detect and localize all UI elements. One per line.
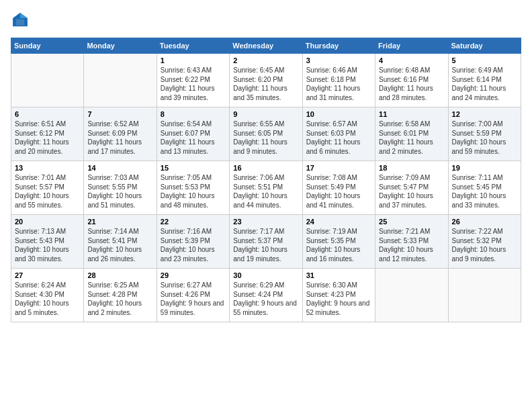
calendar-cell: 2Sunrise: 6:45 AM Sunset: 6:20 PM Daylig… bbox=[230, 54, 302, 107]
calendar-cell: 7Sunrise: 6:52 AM Sunset: 6:09 PM Daylig… bbox=[84, 107, 157, 161]
calendar-cell: 25Sunrise: 7:21 AM Sunset: 5:33 PM Dayli… bbox=[375, 215, 448, 269]
calendar-header: SundayMondayTuesdayWednesdayThursdayFrid… bbox=[11, 38, 521, 54]
calendar-cell bbox=[375, 269, 448, 322]
calendar-cell: 31Sunrise: 6:30 AM Sunset: 4:23 PM Dayli… bbox=[302, 269, 375, 322]
day-number: 26 bbox=[452, 218, 517, 226]
day-number: 14 bbox=[87, 164, 152, 172]
logo bbox=[11, 11, 32, 30]
day-detail: Sunrise: 6:51 AM Sunset: 6:12 PM Dayligh… bbox=[15, 120, 80, 156]
day-detail: Sunrise: 6:58 AM Sunset: 6:01 PM Dayligh… bbox=[379, 120, 444, 156]
day-number: 25 bbox=[379, 218, 444, 226]
calendar-cell: 4Sunrise: 6:48 AM Sunset: 6:16 PM Daylig… bbox=[375, 54, 448, 107]
day-number: 1 bbox=[161, 56, 226, 64]
day-detail: Sunrise: 6:25 AM Sunset: 4:28 PM Dayligh… bbox=[87, 281, 152, 317]
weekday-header-saturday: Saturday bbox=[448, 38, 521, 54]
calendar-cell: 18Sunrise: 7:09 AM Sunset: 5:47 PM Dayli… bbox=[375, 161, 448, 215]
day-number: 2 bbox=[233, 56, 298, 64]
day-detail: Sunrise: 6:54 AM Sunset: 6:07 PM Dayligh… bbox=[161, 120, 226, 156]
calendar-week-row: 6Sunrise: 6:51 AM Sunset: 6:12 PM Daylig… bbox=[11, 107, 521, 161]
day-number: 27 bbox=[15, 271, 80, 279]
day-number: 10 bbox=[306, 110, 371, 118]
calendar-cell: 8Sunrise: 6:54 AM Sunset: 6:07 PM Daylig… bbox=[157, 107, 229, 161]
day-detail: Sunrise: 6:43 AM Sunset: 6:22 PM Dayligh… bbox=[161, 66, 226, 102]
calendar-week-row: 27Sunrise: 6:24 AM Sunset: 4:30 PM Dayli… bbox=[11, 269, 521, 322]
calendar-week-row: 13Sunrise: 7:01 AM Sunset: 5:57 PM Dayli… bbox=[11, 161, 521, 215]
day-number: 28 bbox=[87, 271, 152, 279]
day-detail: Sunrise: 7:19 AM Sunset: 5:35 PM Dayligh… bbox=[306, 227, 371, 263]
calendar-cell: 20Sunrise: 7:13 AM Sunset: 5:43 PM Dayli… bbox=[11, 215, 84, 269]
svg-rect-2 bbox=[16, 19, 24, 25]
day-detail: Sunrise: 7:08 AM Sunset: 5:49 PM Dayligh… bbox=[306, 173, 371, 210]
day-detail: Sunrise: 6:55 AM Sunset: 6:05 PM Dayligh… bbox=[233, 120, 298, 156]
day-number: 20 bbox=[15, 218, 80, 226]
calendar-cell: 3Sunrise: 6:46 AM Sunset: 6:18 PM Daylig… bbox=[302, 54, 375, 107]
day-detail: Sunrise: 6:49 AM Sunset: 6:14 PM Dayligh… bbox=[452, 66, 517, 102]
day-number: 23 bbox=[233, 218, 298, 226]
calendar-cell: 1Sunrise: 6:43 AM Sunset: 6:22 PM Daylig… bbox=[157, 54, 229, 107]
day-number: 6 bbox=[15, 110, 80, 118]
day-number: 24 bbox=[306, 218, 371, 226]
calendar-table: SundayMondayTuesdayWednesdayThursdayFrid… bbox=[11, 38, 521, 322]
day-number: 16 bbox=[233, 164, 298, 172]
day-detail: Sunrise: 7:00 AM Sunset: 5:59 PM Dayligh… bbox=[452, 120, 517, 156]
page-header bbox=[11, 11, 521, 30]
weekday-header-thursday: Thursday bbox=[302, 38, 375, 54]
day-detail: Sunrise: 6:29 AM Sunset: 4:24 PM Dayligh… bbox=[233, 281, 298, 317]
weekday-header-sunday: Sunday bbox=[11, 38, 84, 54]
calendar-cell: 21Sunrise: 7:14 AM Sunset: 5:41 PM Dayli… bbox=[84, 215, 157, 269]
calendar-cell: 16Sunrise: 7:06 AM Sunset: 5:51 PM Dayli… bbox=[230, 161, 302, 215]
day-number: 31 bbox=[306, 271, 371, 279]
calendar-week-row: 20Sunrise: 7:13 AM Sunset: 5:43 PM Dayli… bbox=[11, 215, 521, 269]
calendar-cell: 27Sunrise: 6:24 AM Sunset: 4:30 PM Dayli… bbox=[11, 269, 84, 322]
day-detail: Sunrise: 6:46 AM Sunset: 6:18 PM Dayligh… bbox=[306, 66, 371, 102]
day-detail: Sunrise: 6:24 AM Sunset: 4:30 PM Dayligh… bbox=[15, 281, 80, 317]
calendar-cell: 23Sunrise: 7:17 AM Sunset: 5:37 PM Dayli… bbox=[230, 215, 302, 269]
day-detail: Sunrise: 7:21 AM Sunset: 5:33 PM Dayligh… bbox=[379, 227, 444, 263]
weekday-header-friday: Friday bbox=[375, 38, 448, 54]
weekday-header-monday: Monday bbox=[84, 38, 157, 54]
day-number: 29 bbox=[161, 271, 226, 279]
day-number: 4 bbox=[379, 56, 444, 64]
day-number: 15 bbox=[161, 164, 226, 172]
calendar-cell: 30Sunrise: 6:29 AM Sunset: 4:24 PM Dayli… bbox=[230, 269, 302, 322]
day-detail: Sunrise: 7:03 AM Sunset: 5:55 PM Dayligh… bbox=[87, 173, 152, 210]
day-detail: Sunrise: 7:13 AM Sunset: 5:43 PM Dayligh… bbox=[15, 227, 80, 263]
day-number: 21 bbox=[87, 218, 152, 226]
day-detail: Sunrise: 7:22 AM Sunset: 5:32 PM Dayligh… bbox=[452, 227, 517, 263]
day-number: 3 bbox=[306, 56, 371, 64]
calendar-cell: 15Sunrise: 7:05 AM Sunset: 5:53 PM Dayli… bbox=[157, 161, 229, 215]
day-number: 9 bbox=[233, 110, 298, 118]
day-detail: Sunrise: 7:01 AM Sunset: 5:57 PM Dayligh… bbox=[15, 173, 80, 210]
calendar-cell: 5Sunrise: 6:49 AM Sunset: 6:14 PM Daylig… bbox=[448, 54, 521, 107]
day-detail: Sunrise: 6:52 AM Sunset: 6:09 PM Dayligh… bbox=[87, 120, 152, 156]
calendar-cell bbox=[11, 54, 84, 107]
calendar-body: 1Sunrise: 6:43 AM Sunset: 6:22 PM Daylig… bbox=[11, 54, 521, 322]
calendar-cell bbox=[448, 269, 521, 322]
calendar-cell: 28Sunrise: 6:25 AM Sunset: 4:28 PM Dayli… bbox=[84, 269, 157, 322]
calendar-cell: 13Sunrise: 7:01 AM Sunset: 5:57 PM Dayli… bbox=[11, 161, 84, 215]
day-number: 19 bbox=[452, 164, 517, 172]
calendar-cell: 9Sunrise: 6:55 AM Sunset: 6:05 PM Daylig… bbox=[230, 107, 302, 161]
day-detail: Sunrise: 7:11 AM Sunset: 5:45 PM Dayligh… bbox=[452, 173, 517, 210]
calendar-cell: 17Sunrise: 7:08 AM Sunset: 5:49 PM Dayli… bbox=[302, 161, 375, 215]
day-detail: Sunrise: 6:27 AM Sunset: 4:26 PM Dayligh… bbox=[161, 281, 226, 317]
day-detail: Sunrise: 6:48 AM Sunset: 6:16 PM Dayligh… bbox=[379, 66, 444, 102]
calendar-cell: 14Sunrise: 7:03 AM Sunset: 5:55 PM Dayli… bbox=[84, 161, 157, 215]
calendar-cell: 24Sunrise: 7:19 AM Sunset: 5:35 PM Dayli… bbox=[302, 215, 375, 269]
weekday-header-wednesday: Wednesday bbox=[230, 38, 302, 54]
calendar-cell: 10Sunrise: 6:57 AM Sunset: 6:03 PM Dayli… bbox=[302, 107, 375, 161]
calendar-cell: 22Sunrise: 7:16 AM Sunset: 5:39 PM Dayli… bbox=[157, 215, 229, 269]
day-detail: Sunrise: 6:30 AM Sunset: 4:23 PM Dayligh… bbox=[306, 281, 371, 317]
day-number: 17 bbox=[306, 164, 371, 172]
day-number: 12 bbox=[452, 110, 517, 118]
logo-icon bbox=[11, 11, 30, 30]
day-detail: Sunrise: 7:09 AM Sunset: 5:47 PM Dayligh… bbox=[379, 173, 444, 210]
calendar-cell: 12Sunrise: 7:00 AM Sunset: 5:59 PM Dayli… bbox=[448, 107, 521, 161]
day-detail: Sunrise: 7:14 AM Sunset: 5:41 PM Dayligh… bbox=[87, 227, 152, 263]
day-number: 5 bbox=[452, 56, 517, 64]
calendar-week-row: 1Sunrise: 6:43 AM Sunset: 6:22 PM Daylig… bbox=[11, 54, 521, 107]
day-detail: Sunrise: 6:57 AM Sunset: 6:03 PM Dayligh… bbox=[306, 120, 371, 156]
calendar-cell: 11Sunrise: 6:58 AM Sunset: 6:01 PM Dayli… bbox=[375, 107, 448, 161]
calendar-cell: 26Sunrise: 7:22 AM Sunset: 5:32 PM Dayli… bbox=[448, 215, 521, 269]
day-number: 18 bbox=[379, 164, 444, 172]
